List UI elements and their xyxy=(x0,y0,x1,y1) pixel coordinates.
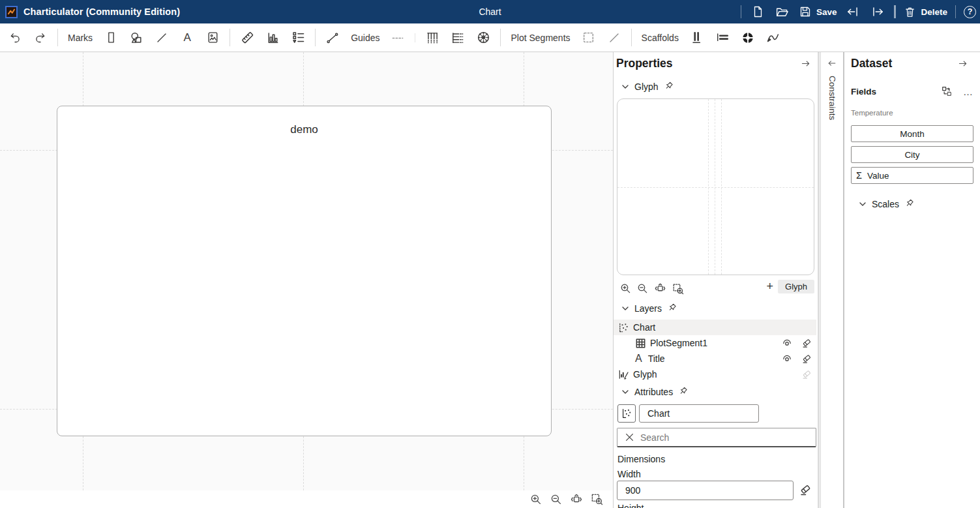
undo-icon[interactable] xyxy=(7,29,23,46)
eraser-icon[interactable] xyxy=(797,337,816,349)
layer-row-plotsegment1[interactable]: PlotSegment1 xyxy=(614,335,816,351)
trash-icon xyxy=(904,6,916,18)
eraser-icon-disabled xyxy=(797,368,816,380)
image-mark-icon[interactable] xyxy=(204,29,221,46)
properties-scrollbar[interactable] xyxy=(818,52,820,508)
add-glyph-button[interactable]: + Glyph xyxy=(767,280,814,293)
dataset-panel: Dataset Fields … Temperature Month City … xyxy=(844,52,980,508)
undo-to-start-icon[interactable] xyxy=(844,3,861,20)
guide-line-icon[interactable] xyxy=(389,29,406,46)
replace-data-icon[interactable] xyxy=(941,85,953,97)
zoom-to-region-icon[interactable] xyxy=(588,491,605,508)
more-options-icon[interactable]: … xyxy=(963,86,973,97)
field-value-button[interactable]: Σ Value xyxy=(851,167,973,184)
field-city-button[interactable]: City xyxy=(851,146,973,163)
app-title: Charticulator (Community Edition) xyxy=(23,7,180,17)
grid-icon xyxy=(634,337,647,350)
symbol-mark-icon[interactable] xyxy=(128,29,145,46)
collapse-dataset-icon[interactable] xyxy=(957,58,968,69)
fit-to-window-icon[interactable] xyxy=(653,282,667,295)
divider xyxy=(631,29,632,46)
layer-row-chart[interactable]: Chart xyxy=(614,320,816,335)
title-bar: Charticulator (Community Edition) Chart … xyxy=(0,0,980,23)
data-axis-icon[interactable] xyxy=(264,29,281,46)
pin-icon[interactable] xyxy=(904,199,915,209)
open-file-icon[interactable] xyxy=(774,3,791,20)
pin-icon[interactable] xyxy=(678,387,689,397)
clear-search-icon[interactable] xyxy=(625,432,634,442)
save-icon xyxy=(799,5,812,18)
layer-row-title[interactable]: A Title xyxy=(614,351,816,366)
chart-attribute-icon xyxy=(617,404,636,423)
delete-button[interactable]: Delete xyxy=(904,6,947,18)
width-input[interactable] xyxy=(617,481,794,500)
zoom-out-icon[interactable] xyxy=(548,491,565,508)
scaffold-curve-icon[interactable] xyxy=(765,29,782,46)
text-mark-icon[interactable]: A xyxy=(179,29,196,46)
fit-to-window-icon[interactable] xyxy=(568,491,585,508)
layers-section-header[interactable]: Layers xyxy=(621,303,677,314)
chevron-down-icon xyxy=(621,388,629,396)
expand-constraints-icon[interactable] xyxy=(827,58,837,68)
layer-row-glyph[interactable]: Glyph xyxy=(614,366,816,382)
zoom-to-region-icon[interactable] xyxy=(672,282,685,295)
marks-label: Marks xyxy=(68,33,93,43)
search-input[interactable] xyxy=(640,432,816,443)
guide-polar-icon[interactable] xyxy=(475,29,492,46)
pin-icon[interactable] xyxy=(664,82,674,92)
eraser-icon[interactable] xyxy=(797,353,816,365)
scaffold-polar-icon[interactable] xyxy=(739,29,756,46)
zoom-out-icon[interactable] xyxy=(636,282,649,295)
canvas-zoom-bar xyxy=(0,490,614,508)
field-month-button[interactable]: Month xyxy=(851,125,973,142)
legend-icon[interactable] xyxy=(290,29,306,46)
app-logo-icon xyxy=(5,6,18,18)
eraser-icon[interactable] xyxy=(798,483,812,497)
width-label: Width xyxy=(617,469,641,479)
divider xyxy=(894,5,896,18)
chevron-down-icon xyxy=(859,200,867,208)
scaffold-vertical-icon[interactable] xyxy=(689,29,705,46)
guide-y-grid-icon[interactable] xyxy=(449,29,466,46)
rectangle-mark-icon[interactable] xyxy=(102,29,119,46)
divider xyxy=(230,29,230,46)
plot-segment-line-icon[interactable] xyxy=(606,29,623,46)
redo-to-end-icon[interactable] xyxy=(869,3,886,20)
divider xyxy=(500,29,501,46)
chart-name-input[interactable] xyxy=(639,404,759,423)
link-icon[interactable] xyxy=(324,29,341,46)
attributes-section-header[interactable]: Attributes xyxy=(621,387,689,397)
scales-section-header[interactable]: Scales xyxy=(859,199,915,209)
glyph-guide-horizontal xyxy=(617,187,814,188)
chart-layer-icon xyxy=(617,321,630,334)
plot-segment-2d-icon[interactable] xyxy=(580,29,597,46)
guide-x-grid-icon[interactable] xyxy=(424,29,441,46)
chart-title-text[interactable]: demo xyxy=(57,123,551,136)
glyph-section-header[interactable]: Glyph xyxy=(621,82,674,92)
ruler-icon[interactable] xyxy=(239,29,256,46)
divider xyxy=(315,29,316,46)
new-document-icon[interactable] xyxy=(749,3,766,20)
visibility-eye-icon[interactable] xyxy=(777,337,797,349)
constraints-title: Constraints xyxy=(827,76,837,120)
zoom-in-icon[interactable] xyxy=(527,491,544,508)
chevron-down-icon xyxy=(621,305,629,312)
zoom-in-icon[interactable] xyxy=(619,282,632,295)
line-mark-icon[interactable] xyxy=(153,29,170,46)
collapse-properties-icon[interactable] xyxy=(800,58,811,69)
visibility-eye-icon[interactable] xyxy=(777,353,797,365)
scaffold-horizontal-icon[interactable] xyxy=(714,29,731,46)
guides-label: Guides xyxy=(351,33,379,43)
chart-canvas[interactable]: demo xyxy=(0,52,614,490)
save-button[interactable]: Save xyxy=(799,5,837,18)
pin-icon[interactable] xyxy=(667,303,677,314)
attribute-search-box[interactable] xyxy=(617,428,816,447)
chart-area[interactable]: demo xyxy=(57,106,552,436)
chevron-down-icon xyxy=(621,83,629,91)
constraints-panel-collapsed[interactable]: Constraints xyxy=(820,52,844,508)
redo-icon[interactable] xyxy=(32,29,49,46)
glyph-editor[interactable] xyxy=(617,98,814,275)
help-icon[interactable]: ? xyxy=(964,6,976,18)
edit-toolbar: Marks A Guides xyxy=(0,23,980,52)
sigma-icon: Σ xyxy=(856,170,862,181)
